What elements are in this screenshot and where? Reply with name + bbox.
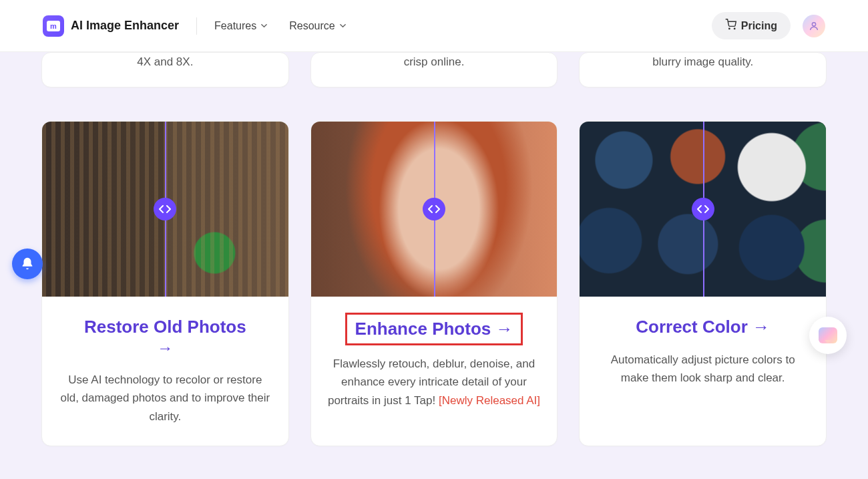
card-desc-tail: blurry image quality. <box>593 53 813 71</box>
feature-card-partial: blurry image quality. <box>579 52 827 88</box>
card-description: Automatically adjust picture colors to m… <box>596 351 810 387</box>
header: m AI Image Enhancer Features Resource Pr… <box>0 0 868 52</box>
card-title-link[interactable]: Enhance Photos → <box>345 313 523 345</box>
nav: Features Resource <box>214 20 347 32</box>
comparison-image <box>311 122 558 297</box>
svg-point-1 <box>734 28 734 29</box>
card-description: Use AI technology to recolor or restore … <box>58 371 272 426</box>
notifications-button[interactable] <box>12 249 43 279</box>
chat-button[interactable] <box>809 317 847 354</box>
logo[interactable]: m AI Image Enhancer <box>43 15 179 37</box>
card-description: Flawlessly retouch, deblur, denoise, and… <box>327 355 541 410</box>
feature-row: Restore Old Photos → Use AI technology t… <box>41 121 827 446</box>
feature-row-top: 4X and 8X. crisp online. blurry image qu… <box>41 52 827 88</box>
card-correct-color: Correct Color → Automatically adjust pic… <box>579 121 827 446</box>
svg-point-0 <box>728 28 729 29</box>
cart-icon <box>725 19 736 33</box>
card-title-link[interactable]: Correct Color → <box>628 313 778 341</box>
card-restore-old-photos: Restore Old Photos → Use AI technology t… <box>41 121 289 446</box>
nav-features-label: Features <box>214 20 256 32</box>
pricing-label: Pricing <box>741 20 777 32</box>
feature-card-partial: crisp online. <box>310 52 558 88</box>
nav-resource-label: Resource <box>289 20 335 32</box>
card-title-link[interactable]: Restore Old Photos → <box>76 313 254 361</box>
slider-handle[interactable] <box>154 198 176 220</box>
pricing-button[interactable]: Pricing <box>712 12 791 39</box>
arrow-icon: → <box>84 339 246 357</box>
chevron-down-icon <box>260 22 268 29</box>
chat-icon <box>819 327 837 343</box>
card-desc-tail: 4X and 8X. <box>55 53 275 71</box>
comparison-image <box>580 122 826 297</box>
brand-text: AI Image Enhancer <box>71 19 179 33</box>
card-title-text: Correct Color → <box>636 317 770 337</box>
slider-handle[interactable] <box>423 198 445 220</box>
chevron-down-icon <box>339 22 347 29</box>
card-desc-tag: [Newly Released AI] <box>439 394 540 407</box>
logo-icon: m <box>43 15 64 37</box>
card-desc-tail: crisp online. <box>324 53 544 71</box>
nav-resource[interactable]: Resource <box>289 20 346 32</box>
card-title-text: Restore Old Photos <box>84 317 246 337</box>
header-right: Pricing <box>712 12 825 39</box>
nav-features[interactable]: Features <box>214 20 268 32</box>
slider-handle[interactable] <box>692 198 714 220</box>
card-enhance-photos: Enhance Photos → Flawlessly retouch, deb… <box>310 121 558 446</box>
comparison-image <box>42 122 288 297</box>
svg-point-2 <box>812 22 815 25</box>
feature-card-partial: 4X and 8X. <box>41 52 289 88</box>
divider <box>196 17 197 35</box>
card-title-text: Enhance Photos → <box>355 319 513 339</box>
avatar[interactable] <box>803 15 825 37</box>
